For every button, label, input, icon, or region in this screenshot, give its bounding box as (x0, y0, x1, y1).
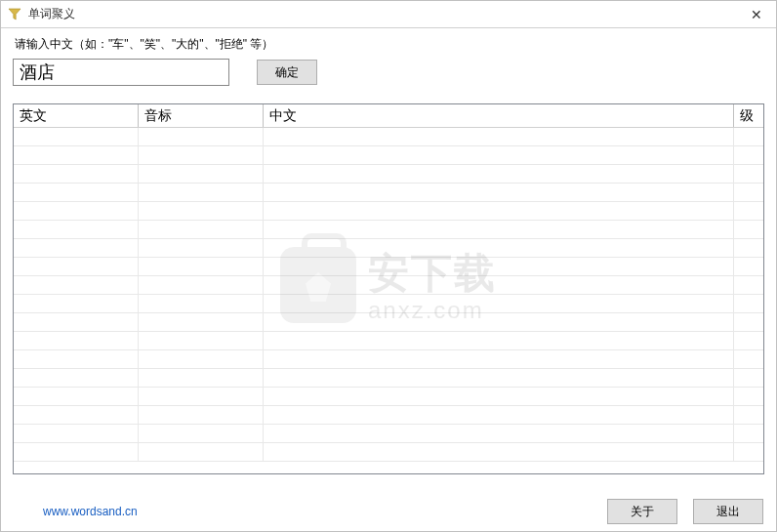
close-button[interactable]: ✕ (737, 1, 776, 28)
window-title: 单词聚义 (28, 6, 75, 22)
content-area: 请输入中文（如："车"、"笑"、"大的"、"拒绝" 等） 确定 英文 音标 中文… (1, 28, 776, 474)
table-row[interactable] (14, 313, 763, 332)
website-link[interactable]: www.wordsand.cn (43, 505, 138, 518)
table-row[interactable] (14, 184, 763, 202)
table-row[interactable] (14, 239, 763, 258)
table-header: 英文 音标 中文 级 (14, 104, 763, 128)
table-row[interactable] (14, 295, 763, 313)
table-row[interactable] (14, 443, 763, 462)
chinese-input[interactable] (13, 59, 229, 86)
table-row[interactable] (14, 165, 763, 184)
footer-buttons: 关于 退出 (607, 499, 763, 524)
table-row[interactable] (14, 350, 763, 369)
input-row: 确定 (13, 59, 764, 86)
prompt-label: 请输入中文（如："车"、"笑"、"大的"、"拒绝" 等） (13, 36, 764, 53)
funnel-icon (7, 7, 22, 22)
about-button[interactable]: 关于 (607, 499, 677, 524)
col-header-phonetic[interactable]: 音标 (139, 104, 264, 127)
table-row[interactable] (14, 406, 763, 425)
footer: www.wordsand.cn 关于 退出 (0, 499, 777, 524)
table-row[interactable] (14, 425, 763, 443)
col-header-chinese[interactable]: 中文 (264, 104, 734, 127)
table-row[interactable] (14, 221, 763, 239)
table-body (14, 128, 763, 473)
titlebar: 单词聚义 ✕ (1, 1, 776, 28)
table-row[interactable] (14, 258, 763, 276)
col-header-english[interactable]: 英文 (14, 104, 139, 127)
col-header-level[interactable]: 级 (734, 104, 763, 127)
table-row[interactable] (14, 332, 763, 350)
table-row[interactable] (14, 276, 763, 295)
exit-button[interactable]: 退出 (693, 499, 763, 524)
table-row[interactable] (14, 146, 763, 165)
confirm-button[interactable]: 确定 (257, 60, 317, 85)
close-icon: ✕ (751, 7, 762, 22)
table-row[interactable] (14, 128, 763, 146)
table-row[interactable] (14, 388, 763, 406)
results-table: 英文 音标 中文 级 安下 (13, 103, 764, 474)
table-row[interactable] (14, 369, 763, 388)
table-row[interactable] (14, 202, 763, 221)
